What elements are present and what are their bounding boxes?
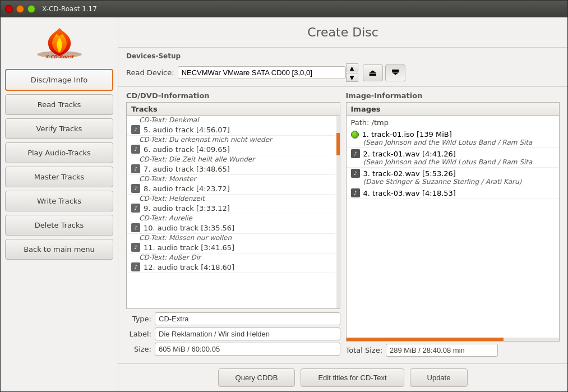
cd-text-row: CD-Text: Denkmal: [127, 116, 335, 124]
track-icon: ♪: [131, 243, 140, 252]
track-icon: ♪: [131, 145, 140, 154]
track-icon: ♪: [131, 204, 140, 213]
track-label: 9. audio track [3:33.12]: [144, 204, 230, 213]
image-header: Image-Information: [346, 91, 560, 100]
image-label: 3. track-02.wav [5:53.26]: [363, 169, 456, 178]
sidebar-item-disc-image-info[interactable]: Disc/Image Info: [5, 69, 113, 91]
page-title: Create Disc: [118, 17, 567, 48]
tracks-column-header: Tracks: [127, 103, 340, 116]
logo-area: X-CD-Roast: [5, 23, 113, 61]
device-spinner: ▲ ▼: [346, 63, 358, 82]
close-button[interactable]: [5, 5, 13, 13]
spin-up-button[interactable]: ▲: [346, 63, 358, 72]
logo: X-CD-Roast: [31, 25, 87, 59]
track-item[interactable]: ♪9. audio track [3:33.12]: [127, 202, 335, 214]
green-dot-icon: [351, 131, 359, 139]
eject-up-button[interactable]: ⏏: [363, 64, 383, 81]
image-item[interactable]: ♪4. track-03.wav [4:18.53]: [347, 187, 560, 199]
track-item[interactable]: ♪5. audio track [4:56.07]: [127, 124, 335, 136]
sidebar-item-back-to-main[interactable]: Back to main menu: [5, 239, 113, 260]
track-icon: ♪: [131, 125, 140, 134]
image-scrollbar[interactable]: [347, 338, 560, 341]
sidebar-item-master-tracks[interactable]: Master Tracks: [5, 167, 113, 187]
update-button[interactable]: Update: [410, 368, 468, 387]
query-cddb-button[interactable]: Query CDDB: [218, 368, 295, 387]
track-item[interactable]: ♪12. audio track [4:18.60]: [127, 261, 335, 273]
track-icon: ♪: [131, 223, 140, 232]
image-sub-label: (Dave Stringer & Suzanne Sterling / Arat…: [351, 178, 555, 186]
images-table: Images Path: /tmp 1. track-01.iso [139 M…: [346, 102, 560, 342]
track-label: 5. audio track [4:56.07]: [144, 126, 230, 134]
svg-text:X-CD-Roast: X-CD-Roast: [45, 54, 74, 59]
sidebar: X-CD-Roast Disc/Image Info: [1, 17, 118, 391]
sidebar-item-delete-tracks[interactable]: Delete Tracks: [5, 215, 113, 236]
track-icon: ♪: [131, 184, 140, 193]
image-label: 1. track-01.iso [139 MiB]: [362, 130, 452, 139]
image-item[interactable]: ♪3. track-02.wav [5:53.26](Dave Stringer…: [347, 168, 560, 187]
size-label: Size:: [126, 345, 151, 353]
label-label: Label:: [126, 330, 151, 338]
image-sub-label: (Sean Johnson and the Wild Lotus Band / …: [351, 158, 555, 166]
cd-text-row: CD-Text: Die Zeit heilt alle Wunder: [127, 155, 335, 163]
track-item[interactable]: ♪8. audio track [4:23.72]: [127, 183, 335, 195]
image-icon: ♪: [351, 169, 360, 178]
type-row: Type:: [126, 312, 340, 325]
track-item[interactable]: ♪7. audio track [3:48.65]: [127, 163, 335, 175]
titlebar: X-CD-Roast 1.17: [1, 1, 567, 17]
image-sub-label: (Sean Johnson and the Wild Lotus Band / …: [351, 139, 555, 146]
image-icon: ♪: [351, 149, 360, 158]
type-label: Type:: [126, 315, 151, 323]
size-input[interactable]: [155, 343, 340, 356]
cd-text-row: CD-Text: Müssen nur wollen: [127, 234, 335, 242]
track-item[interactable]: ♪6. audio track [4:09.65]: [127, 144, 335, 155]
devices-setup-label: Devices-Setup: [126, 52, 560, 60]
track-label: 8. audio track [4:23.72]: [144, 185, 230, 193]
minimize-button[interactable]: [16, 5, 24, 13]
images-table-body[interactable]: 1. track-01.iso [139 MiB](Sean Johnson a…: [347, 129, 560, 335]
window-title: X-CD-Roast 1.17: [42, 5, 97, 13]
label-input[interactable]: [155, 328, 340, 340]
image-icon: ♪: [351, 188, 360, 197]
sidebar-item-read-tracks[interactable]: Read Tracks: [5, 94, 113, 115]
image-label: 4. track-03.wav [4:18.53]: [363, 189, 456, 197]
cd-dvd-panel: CD/DVD-Information Tracks CD-Text: Denkm…: [126, 91, 340, 359]
sidebar-item-verify-tracks[interactable]: Verify Tracks: [5, 118, 113, 139]
eject-buttons: ⏏ ⏏: [363, 64, 405, 81]
image-label: 2. track-01.wav [4:41.26]: [363, 150, 456, 158]
label-row: Label:: [126, 328, 340, 340]
track-item[interactable]: ♪10. audio track [3:35.56]: [127, 222, 335, 234]
type-input[interactable]: [155, 312, 340, 325]
cd-text-row: CD-Text: Monster: [127, 175, 335, 183]
cd-fields: Type: Label: Size:: [126, 309, 340, 359]
edit-titles-button[interactable]: Edit titles for CD-Text: [301, 368, 404, 387]
maximize-button[interactable]: [27, 5, 35, 13]
total-size-input[interactable]: [386, 344, 498, 357]
track-icon: ♪: [131, 164, 140, 173]
size-row: Size:: [126, 343, 340, 356]
sidebar-item-play-audio-tracks[interactable]: Play Audio-Tracks: [5, 142, 113, 163]
images-column-header: Images: [347, 103, 560, 116]
device-select-input[interactable]: [178, 66, 346, 79]
track-label: 6. audio track [4:09.65]: [144, 145, 230, 154]
image-item[interactable]: 1. track-01.iso [139 MiB](Sean Johnson a…: [347, 129, 560, 148]
tracks-scrollbar[interactable]: [336, 116, 340, 308]
right-panel: Create Disc Devices-Setup Read Device: ▲…: [118, 17, 567, 391]
tracks-table-body[interactable]: CD-Text: Denkmal♪5. audio track [4:56.07…: [127, 116, 340, 308]
panels-row: CD/DVD-Information Tracks CD-Text: Denkm…: [118, 87, 567, 363]
eject-down-button[interactable]: ⏏: [385, 64, 405, 81]
track-label: 10. audio track [3:35.56]: [144, 224, 234, 232]
track-item[interactable]: ♪11. audio track [3:41.65]: [127, 242, 335, 253]
spin-down-button[interactable]: ▼: [346, 73, 358, 82]
image-panel: Image-Information Images Path: /tmp 1. t…: [346, 91, 560, 359]
sidebar-item-write-tracks[interactable]: Write Tracks: [5, 191, 113, 211]
read-device-label: Read Device:: [126, 68, 174, 77]
cd-text-row: CD-Text: Aurelie: [127, 214, 335, 222]
image-item[interactable]: ♪2. track-01.wav [4:41.26](Sean Johnson …: [347, 148, 560, 168]
devices-setup-bar: Devices-Setup Read Device: ▲ ▼ ⏏ ⏏: [118, 48, 567, 87]
track-label: 12. audio track [4:18.60]: [144, 263, 234, 271]
image-scrollbar-thumb: [347, 338, 504, 341]
path-row: Path: /tmp: [347, 116, 560, 129]
track-icon: ♪: [131, 262, 140, 271]
cd-dvd-header: CD/DVD-Information: [126, 91, 340, 100]
track-label: 11. audio track [3:41.65]: [144, 243, 234, 252]
